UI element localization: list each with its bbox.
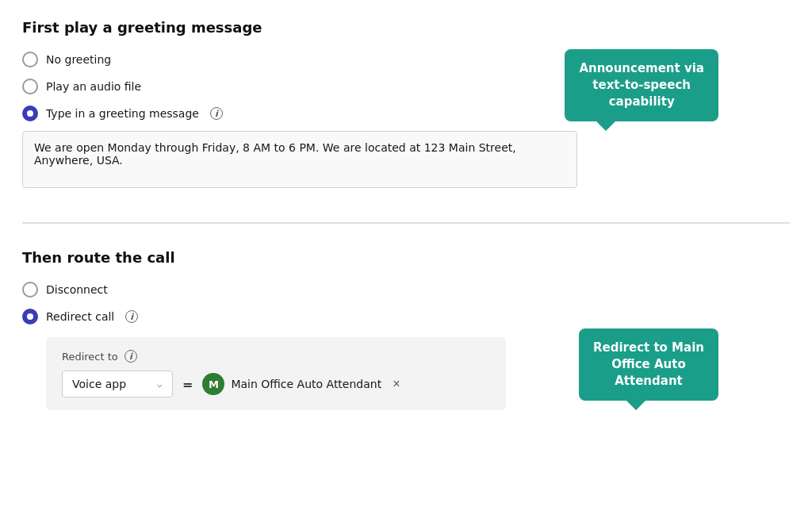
redirect-controls: Voice app ⌵ = M Main Office Auto Attenda… xyxy=(62,371,490,398)
radio-redirect-call[interactable]: Redirect call i xyxy=(22,309,790,325)
section-divider xyxy=(22,222,790,224)
type-greeting-info-icon[interactable]: i xyxy=(210,107,223,120)
equals-sign: = xyxy=(182,377,193,392)
radio-label-disconnect: Disconnect xyxy=(46,283,108,296)
routing-options: Disconnect Redirect call i xyxy=(22,282,790,325)
radio-circle-disconnect xyxy=(22,282,38,298)
radio-label-type-greeting: Type in a greeting message xyxy=(46,107,199,120)
tooltip-redirect: Redirect to MainOffice AutoAttendant xyxy=(579,328,718,401)
greeting-section-title: First play a greeting message xyxy=(22,19,790,36)
attendant-avatar: M xyxy=(202,373,224,395)
remove-attendant-button[interactable]: × xyxy=(388,375,404,393)
radio-circle-type-greeting xyxy=(22,106,38,121)
radio-circle-play-audio xyxy=(22,79,38,94)
redirect-sub-section: Redirect to i Voice app ⌵ = M Main Offic… xyxy=(46,337,506,410)
chevron-down-icon: ⌵ xyxy=(157,379,163,390)
greeting-textarea[interactable]: We are open Monday through Friday, 8 AM … xyxy=(22,131,577,188)
tooltip-announcement-text: Announcement viatext-to-speechcapability xyxy=(579,61,704,109)
radio-label-no-greeting: No greeting xyxy=(46,53,111,66)
radio-label-redirect-call: Redirect call xyxy=(46,310,114,323)
attendant-badge: M Main Office Auto Attendant × xyxy=(202,373,404,395)
tooltip-redirect-text: Redirect to MainOffice AutoAttendant xyxy=(593,340,704,388)
attendant-name: Main Office Auto Attendant xyxy=(231,378,381,390)
redirect-to-label: Redirect to i xyxy=(62,350,490,363)
voice-app-label: Voice app xyxy=(72,378,126,390)
radio-label-play-audio: Play an audio file xyxy=(46,80,141,93)
routing-section-title: Then route the call xyxy=(22,249,790,266)
redirect-call-info-icon[interactable]: i xyxy=(125,310,138,323)
redirect-to-info-icon[interactable]: i xyxy=(124,350,137,363)
voice-app-dropdown[interactable]: Voice app ⌵ xyxy=(62,371,173,398)
radio-circle-redirect-call xyxy=(22,309,38,325)
radio-disconnect[interactable]: Disconnect xyxy=(22,282,790,298)
tooltip-announcement: Announcement viatext-to-speechcapability xyxy=(565,49,718,121)
radio-circle-no-greeting xyxy=(22,52,38,67)
